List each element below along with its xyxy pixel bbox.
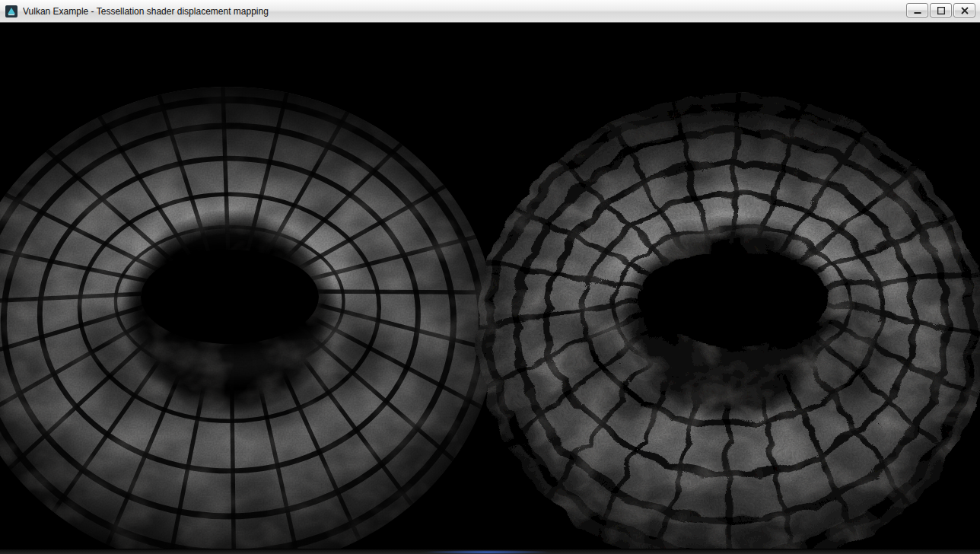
taskbar-glow — [422, 550, 552, 554]
titlebar[interactable]: Vulkan Example - Tessellation shader dis… — [0, 0, 980, 23]
window-title: Vulkan Example - Tessellation shader dis… — [23, 0, 906, 23]
close-button[interactable] — [953, 3, 975, 18]
window-bottom-frame — [0, 549, 980, 554]
vulkan-app-icon — [5, 5, 18, 18]
torus-displacement-mapped — [460, 75, 980, 549]
torus-no-displacement — [0, 72, 511, 549]
maximize-button[interactable] — [930, 3, 952, 18]
maximize-icon — [937, 7, 945, 14]
minimize-button[interactable] — [906, 3, 928, 18]
window-controls — [906, 3, 975, 18]
close-icon — [961, 7, 969, 14]
app-window: Vulkan Example - Tessellation shader dis… — [0, 0, 980, 554]
render-viewport[interactable] — [0, 23, 980, 549]
render-canvas — [0, 23, 980, 549]
minimize-icon — [914, 7, 921, 14]
